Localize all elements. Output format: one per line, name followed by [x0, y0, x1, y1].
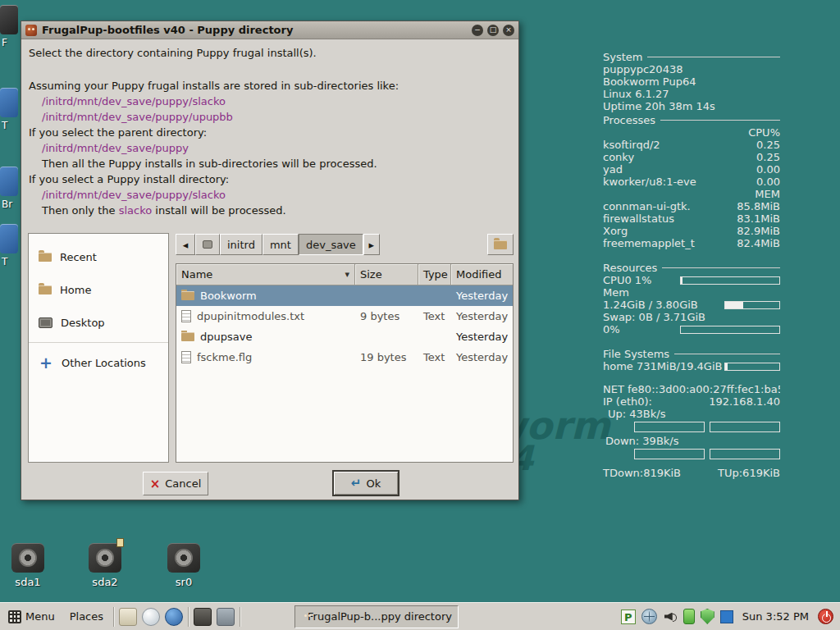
process-name: kworker/u8:1-eve: [603, 176, 696, 188]
launcher-globe-icon[interactable]: [165, 608, 183, 626]
install-note: Then only the slacko install will be pro…: [29, 203, 511, 218]
drive-root-crumb[interactable]: [195, 234, 220, 255]
ip-value: 192.168.1.40: [709, 395, 780, 408]
file-size: 19 bytes: [355, 351, 418, 363]
new-folder-button[interactable]: [487, 234, 514, 255]
conky-distro: Bookworm Pup64: [603, 75, 780, 88]
crumb-initrd[interactable]: initrd: [220, 234, 262, 255]
conky-process-row: ksoftirqd/20.25: [603, 139, 780, 151]
conky-process-row: yad0.00: [603, 163, 780, 176]
taskbar-separator: [240, 607, 240, 627]
process-name: freememapplet_t: [603, 237, 695, 249]
firewall-shield-icon[interactable]: [701, 609, 714, 624]
conky-process-row: Xorg82.9MiB: [603, 225, 780, 237]
places-button[interactable]: Places: [65, 608, 108, 625]
mem-bar: [724, 301, 780, 309]
menu-grid-icon: [8, 610, 21, 623]
install-note-pre: Then only the: [42, 204, 119, 217]
sidebar-item-home[interactable]: Home: [29, 273, 168, 306]
file-modified: Yesterday: [451, 351, 513, 363]
column-header-size[interactable]: Size: [355, 264, 418, 285]
example-path-slacko: /initrd/mnt/dev_save/puppy/slacko: [29, 94, 511, 109]
file-row-dpupinitmodules[interactable]: dpupinitmodules.txt 9 bytes Text Yesterd…: [176, 306, 513, 326]
network-monitor-icon[interactable]: [720, 610, 733, 623]
down-graph: [634, 449, 705, 459]
harddrive-icon: [203, 240, 212, 249]
ip-label: IP (eth0):: [603, 395, 652, 408]
process-name: conky: [603, 151, 634, 163]
conky-system-header: System: [603, 51, 642, 63]
conky-mem-column-header: MEM: [603, 188, 780, 200]
folder-icon: [181, 291, 194, 300]
forward-button[interactable]: ▸: [363, 234, 380, 255]
column-header-name[interactable]: Name▾: [176, 264, 355, 285]
launcher-file-manager-icon[interactable]: [119, 608, 137, 626]
install-directory-label: If you select a Puppy install directory:: [29, 171, 511, 187]
file-list: Name▾ Size Type Modified Bookworm Yester…: [176, 263, 514, 463]
battery-icon[interactable]: [683, 609, 695, 624]
sidebar-item-desktop[interactable]: Desktop: [29, 306, 168, 339]
taskbar-task-frugalpup[interactable]: FrugalPup-b...ppy directory: [294, 605, 459, 628]
drive-icon-sda1[interactable]: sda1: [2, 543, 54, 588]
clipboard-manager-icon[interactable]: P: [621, 609, 636, 624]
desktop-icon-label: Br: [0, 199, 21, 210]
conky-system-monitor: System puppypc20438 Bookworm Pup64 Linux…: [603, 49, 780, 479]
drive-icon-sda2[interactable]: sda2: [79, 543, 131, 588]
mem-label: Mem: [603, 286, 780, 299]
column-header-modified[interactable]: Modified: [451, 264, 513, 285]
file-row-dpupsave[interactable]: dpupsave Yesterday: [176, 326, 513, 347]
file-modified: Yesterday: [451, 290, 513, 302]
process-mem: 82.9MiB: [737, 225, 780, 237]
sidebar-label-desktop: Desktop: [61, 317, 105, 329]
conky-swap-row: 0%: [603, 323, 780, 336]
conky-filesystems-header: File Systems: [603, 348, 669, 360]
file-row-fsckme[interactable]: fsckme.flg 19 bytes Text Yesterday: [176, 347, 513, 368]
frugalpup-app-icon: [25, 25, 37, 36]
file-name: Bookworm: [200, 290, 257, 302]
file-chooser: Recent Home Desktop + Other Locations: [28, 233, 514, 463]
clock[interactable]: Sun 3:52 PM: [739, 610, 812, 623]
ok-enter-icon: ↵: [351, 476, 362, 491]
sidebar-item-other-locations[interactable]: + Other Locations: [29, 346, 168, 379]
volume-icon[interactable]: [663, 609, 678, 624]
menu-button[interactable]: Menu: [3, 608, 60, 626]
divider: [674, 354, 780, 354]
network-globe-icon[interactable]: [641, 609, 657, 624]
cpu0-bar: [680, 276, 780, 285]
desktop-icon-partial-4[interactable]: T: [0, 224, 21, 267]
total-down: TDown:819KiB: [603, 467, 681, 479]
desktop-icon-partial-1[interactable]: F: [0, 5, 21, 48]
sidebar-item-recent[interactable]: Recent: [29, 240, 168, 273]
maximize-button[interactable]: □: [487, 25, 499, 36]
column-header-type[interactable]: Type: [418, 264, 451, 285]
conky-process-row: connman-ui-gtk.85.8MiB: [603, 200, 780, 212]
disk-icon: [89, 543, 121, 573]
ok-button[interactable]: ↵ Ok: [332, 470, 399, 496]
system-tray: P Sun 3:52 PM: [621, 609, 837, 624]
shutdown-button[interactable]: [818, 609, 833, 624]
conky-cpu-column-header: CPU%: [603, 126, 780, 139]
launcher-window-icon[interactable]: [217, 608, 235, 626]
file-name: fsckme.flg: [197, 351, 252, 363]
desktop-icon-partial-3[interactable]: Br: [0, 167, 21, 210]
launcher-terminal-icon[interactable]: [194, 608, 212, 626]
back-button[interactable]: ◂: [176, 234, 195, 255]
home-bar: [724, 363, 780, 371]
file-row-bookworm[interactable]: Bookworm Yesterday: [176, 285, 513, 306]
process-name: connman-ui-gtk.: [603, 200, 691, 212]
cancel-button[interactable]: × Cancel: [143, 472, 208, 495]
drive-label: sda2: [79, 576, 131, 588]
divider: [662, 267, 780, 268]
text-file-icon: [181, 351, 191, 363]
window-titlebar[interactable]: FrugalPup-bootfiles v40 - Puppy director…: [21, 21, 518, 39]
mount-indicator: [116, 538, 124, 547]
minimize-button[interactable]: −: [472, 25, 483, 36]
disk-icon: [167, 543, 200, 573]
crumb-mnt[interactable]: mnt: [262, 234, 299, 255]
install-note-highlight: slacko: [119, 204, 153, 217]
desktop-icon-partial-2[interactable]: T: [0, 88, 21, 131]
crumb-dev-save[interactable]: dev_save: [299, 234, 363, 255]
close-button[interactable]: ×: [503, 25, 514, 36]
drive-icon-sr0[interactable]: sr0: [158, 543, 210, 588]
launcher-browser-icon[interactable]: [142, 608, 160, 626]
